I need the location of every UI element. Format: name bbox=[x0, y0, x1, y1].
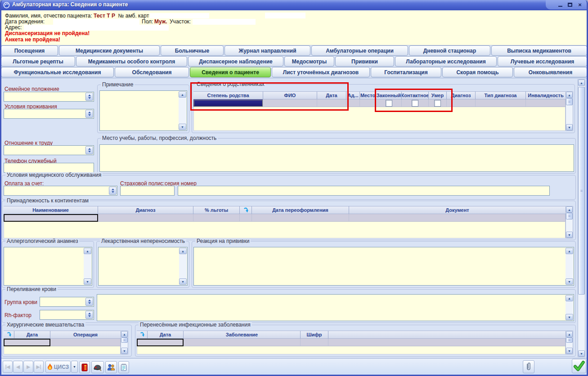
table-cell[interactable] bbox=[263, 99, 317, 107]
table-cell[interactable] bbox=[50, 339, 121, 346]
scroll-up-icon[interactable]: ▲ bbox=[566, 206, 573, 213]
col-empty[interactable] bbox=[328, 331, 566, 339]
policy-number-input[interactable] bbox=[178, 186, 550, 196]
contact-cell[interactable] bbox=[402, 99, 429, 107]
col-naimenovanie[interactable]: Наименование bbox=[4, 206, 98, 214]
deceased-checkbox[interactable] bbox=[434, 100, 441, 107]
col-lgoty[interactable]: % льготы bbox=[193, 206, 240, 214]
policy-serial-input[interactable] bbox=[120, 186, 175, 196]
tab-list-utochnennyh-diagnozov[interactable]: Лист уточнённых диагнозов bbox=[272, 67, 370, 77]
scroll-down-icon[interactable]: ▼ bbox=[566, 232, 573, 238]
table-cell[interactable] bbox=[193, 214, 240, 222]
col-sort[interactable] bbox=[240, 206, 252, 214]
rh-factor-select[interactable] bbox=[40, 310, 94, 320]
scrollbar[interactable]: ▲ ▼ bbox=[84, 248, 91, 285]
table-cell[interactable] bbox=[252, 214, 349, 222]
col-kontaktnoe[interactable]: Контактное bbox=[402, 91, 429, 99]
tab-bolnichnye[interactable]: Больничные bbox=[161, 45, 224, 56]
table-cell[interactable] bbox=[349, 214, 566, 222]
scroll-down-icon[interactable]: ▼ bbox=[566, 124, 573, 130]
nav-next-button[interactable]: ▶ bbox=[23, 361, 33, 373]
legal-checkbox[interactable] bbox=[386, 100, 392, 107]
tab-medikamenty-osobogo-kontrolya[interactable]: Медикаменты особого контроля bbox=[76, 56, 187, 67]
col-data[interactable]: Дата bbox=[14, 331, 50, 339]
tab-funkcionalnye-issledovaniya[interactable]: Функциональные исследования bbox=[1, 67, 114, 77]
patients-button[interactable] bbox=[105, 361, 117, 373]
scroll-thumb[interactable]: ≡ bbox=[566, 98, 573, 105]
table-cell[interactable] bbox=[184, 339, 301, 346]
col-dokument[interactable]: Документ bbox=[349, 206, 566, 214]
tab-vypiska-medikamentov[interactable]: Выписка медикаментов bbox=[491, 45, 587, 56]
col-shifr[interactable]: Шифр bbox=[301, 331, 328, 339]
scroll-thumb[interactable]: ≡ bbox=[566, 337, 573, 343]
blood-group-select[interactable] bbox=[40, 297, 94, 307]
tab-gospitalizaciya[interactable]: Госпитализация bbox=[371, 67, 441, 77]
surgeries-scrollbar[interactable]: ▲ ≡ ▼ bbox=[121, 331, 128, 354]
drug-intolerance-textarea[interactable]: ▲ ▼ bbox=[98, 247, 188, 286]
scroll-up-icon[interactable]: ▲ bbox=[121, 331, 128, 337]
scroll-up-icon[interactable]: ▲ bbox=[566, 92, 573, 98]
combo-arrow-icon[interactable] bbox=[85, 298, 93, 306]
living-conditions-select[interactable] bbox=[4, 109, 94, 119]
contingents-selected-cell[interactable] bbox=[4, 214, 98, 222]
table-cell[interactable] bbox=[317, 99, 346, 107]
scroll-down-icon[interactable]: ▼ bbox=[566, 314, 573, 320]
col-zabolevanie[interactable]: Заболевание bbox=[184, 331, 301, 339]
col-umer[interactable]: Умер bbox=[429, 91, 447, 99]
scroll-down-icon[interactable]: ▼ bbox=[578, 350, 585, 357]
scroll-up-icon[interactable]: ▲ bbox=[566, 248, 573, 254]
col-zakonnyy[interactable]: Законный bbox=[376, 91, 402, 99]
legal-cell[interactable] bbox=[376, 99, 402, 107]
table-cell[interactable] bbox=[526, 99, 566, 107]
combo-arrow-icon[interactable] bbox=[109, 187, 117, 195]
tab-skoraya-pomoshch[interactable]: Скорая помощь bbox=[442, 67, 513, 77]
scrollbar[interactable]: ▲ ▼ bbox=[179, 91, 186, 130]
scroll-down-icon[interactable]: ▼ bbox=[84, 278, 91, 285]
tab-laboratornye-issledovaniya[interactable]: Лабораторные исследования bbox=[395, 56, 497, 67]
table-cell[interactable] bbox=[346, 99, 360, 107]
nav-prev-button[interactable]: ◀ bbox=[13, 361, 23, 373]
infections-scrollbar[interactable]: ▲ ≡ ▼ bbox=[566, 331, 573, 354]
scrollbar[interactable]: ▲ ▼ bbox=[179, 248, 187, 285]
close-button[interactable]: × bbox=[576, 1, 584, 8]
tab-lgotnye-recepty[interactable]: Льготные рецепты bbox=[1, 56, 75, 67]
table-cell[interactable] bbox=[447, 99, 476, 107]
scroll-up-icon[interactable]: ▲ bbox=[179, 248, 187, 254]
tab-luchevye-issledovaniya[interactable]: Лучевые исследования bbox=[498, 56, 587, 67]
col-tip-diagnoza[interactable]: Тип диагноза bbox=[476, 91, 526, 99]
col-data-pereoformleniya[interactable]: Дата переоформления bbox=[252, 206, 349, 214]
tab-ambulatornye-operacii[interactable]: Амбулаторные операции bbox=[311, 45, 408, 56]
scroll-down-icon[interactable]: ▼ bbox=[179, 278, 187, 285]
tab-obsledovaniya[interactable]: Обследования bbox=[115, 67, 189, 77]
col-sort[interactable] bbox=[137, 331, 148, 339]
cisz-button[interactable]: ЦИСЗ bbox=[45, 361, 71, 373]
table-cell[interactable] bbox=[476, 99, 526, 107]
contact-checkbox[interactable] bbox=[412, 100, 418, 107]
surgeries-selected-cell[interactable] bbox=[4, 339, 50, 346]
note-textarea[interactable]: ▲ ▼ bbox=[99, 90, 187, 131]
table-cell[interactable] bbox=[240, 214, 252, 222]
table-cell[interactable] bbox=[360, 99, 376, 107]
infections-selected-cell[interactable] bbox=[137, 339, 184, 346]
scroll-up-icon[interactable]: ▲ bbox=[84, 248, 91, 254]
scroll-thumb[interactable]: ≡ bbox=[566, 213, 573, 219]
transfusion-textarea[interactable]: ▲ ▼ bbox=[97, 294, 574, 321]
nav-last-button[interactable]: ▶| bbox=[34, 361, 44, 373]
tab-dispansernoe-nablyudenie[interactable]: Диспансерное наблюдение bbox=[188, 56, 283, 67]
tab-dnevnoy-stacionar[interactable]: Дневной стационар bbox=[409, 45, 490, 56]
deceased-cell[interactable] bbox=[429, 99, 447, 107]
allergy-textarea[interactable]: ▲ ▼ bbox=[4, 247, 92, 286]
scroll-up-icon[interactable]: ▲ bbox=[566, 295, 573, 301]
work-place-textarea[interactable] bbox=[99, 144, 574, 172]
confirm-button[interactable] bbox=[572, 359, 586, 373]
col-sort[interactable] bbox=[4, 331, 14, 339]
work-phone-input[interactable] bbox=[4, 163, 94, 173]
marital-status-select[interactable] bbox=[4, 92, 94, 102]
contingents-scrollbar[interactable]: ▲ ≡ ▼ bbox=[566, 206, 573, 238]
tab-med-dokumenty[interactable]: Медицинские документы bbox=[59, 45, 160, 56]
title-bar[interactable]: Амбулаторная карта: Сведения о пациенте … bbox=[0, 0, 588, 10]
tab-medosmotry[interactable]: Медосмотры bbox=[284, 56, 334, 67]
payment-select[interactable] bbox=[4, 186, 117, 196]
maximize-button[interactable] bbox=[566, 1, 574, 8]
scroll-up-icon[interactable]: ▲ bbox=[566, 331, 573, 337]
